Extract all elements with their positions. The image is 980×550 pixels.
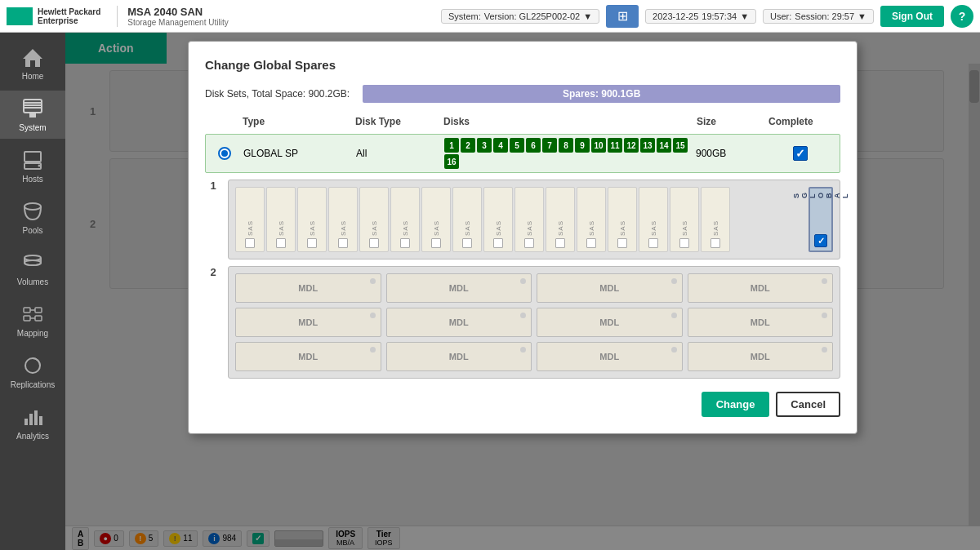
drive-checkbox-5[interactable] xyxy=(369,238,379,248)
disk-number-3[interactable]: 3 xyxy=(477,138,492,153)
disk-number-12[interactable]: 12 xyxy=(624,138,639,153)
sidebar-item-system[interactable]: System xyxy=(0,91,65,139)
mdl-drive-8[interactable]: MDL xyxy=(688,308,834,337)
svg-rect-22 xyxy=(39,416,42,425)
disk-number-11[interactable]: 11 xyxy=(608,138,622,153)
drive-slot-11[interactable]: SAS xyxy=(546,187,575,252)
mdl-drive-6[interactable]: MDL xyxy=(386,308,532,337)
disk-number-14[interactable]: 14 xyxy=(657,138,671,153)
mdl-drive-5[interactable]: MDL xyxy=(235,308,381,337)
mdl-drive-2[interactable]: MDL xyxy=(386,273,532,303)
svg-rect-14 xyxy=(24,316,30,321)
change-button[interactable]: Change xyxy=(702,392,770,417)
disk-number-10[interactable]: 10 xyxy=(591,138,606,153)
drive-slot-1[interactable]: SAS xyxy=(235,187,265,252)
drive-checkbox-1[interactable] xyxy=(245,238,255,248)
drive-slot-9[interactable]: SAS xyxy=(483,187,513,252)
drive-slot-5[interactable]: SAS xyxy=(359,187,389,252)
drive-slot-2[interactable]: SAS xyxy=(266,187,296,252)
help-button[interactable]: ? xyxy=(951,5,973,28)
drive-checkbox-2[interactable] xyxy=(276,238,286,248)
drive-checkbox-16[interactable] xyxy=(710,238,720,248)
hosts-icon xyxy=(20,149,46,171)
spare-checkbox[interactable]: ✓ xyxy=(814,234,827,247)
drive-checkbox-14[interactable] xyxy=(648,238,658,248)
drive-slot-3[interactable]: SAS xyxy=(297,187,327,252)
enc2-label: 2 xyxy=(205,266,221,278)
col-disks: Disks xyxy=(443,116,690,127)
mdl-drive-12[interactable]: MDL xyxy=(688,342,834,371)
svg-point-9 xyxy=(24,203,41,210)
spare-slot: SGLOBAL ✓ xyxy=(808,187,833,252)
drive-checkbox-9[interactable] xyxy=(493,238,503,248)
sidebar-item-analytics[interactable]: Analytics xyxy=(0,399,65,447)
drive-checkbox-12[interactable] xyxy=(586,238,596,248)
disk-number-8[interactable]: 8 xyxy=(559,138,573,153)
drive-checkbox-13[interactable] xyxy=(617,238,627,248)
svg-rect-4 xyxy=(24,107,42,109)
enc1-label: 1 xyxy=(205,180,221,192)
col-complete: Complete xyxy=(768,116,834,127)
drive-checkbox-15[interactable] xyxy=(679,238,689,248)
drive-slot-12[interactable]: SAS xyxy=(577,187,606,252)
enc1-box: SASSASSASSASSASSASSASSASSASSASSASSASSASS… xyxy=(228,180,840,259)
disk-number-13[interactable]: 13 xyxy=(640,138,655,153)
cancel-button[interactable]: Cancel xyxy=(776,392,840,417)
sidebar-item-pools[interactable]: Pools xyxy=(0,193,65,242)
sidebar-item-home[interactable]: Home xyxy=(0,39,65,87)
disk-number-5[interactable]: 5 xyxy=(510,138,524,153)
user-display[interactable]: User: Session: 29:57 ▼ xyxy=(763,9,874,24)
drive-slot-16[interactable]: SAS xyxy=(701,187,730,252)
svg-rect-3 xyxy=(24,104,42,106)
disk-number-7[interactable]: 7 xyxy=(542,138,557,153)
svg-rect-15 xyxy=(35,316,42,321)
drive-checkbox-8[interactable] xyxy=(462,238,472,248)
drive-slot-13[interactable]: SAS xyxy=(608,187,637,252)
mdl-drive-11[interactable]: MDL xyxy=(537,342,683,371)
svg-rect-19 xyxy=(24,419,28,425)
disk-number-9[interactable]: 9 xyxy=(575,138,590,153)
mdl-drive-1[interactable]: MDL xyxy=(235,273,381,303)
drive-checkbox-7[interactable] xyxy=(431,238,441,248)
row-radio[interactable] xyxy=(212,147,237,160)
enclosure-2-container: 2 MDLMDLMDLMDLMDLMDLMDLMDLMDLMDLMDLMDL xyxy=(205,266,840,379)
sidebar-item-volumes[interactable]: Volumes xyxy=(0,245,65,293)
disk-number-15[interactable]: 15 xyxy=(673,138,688,153)
volumes-icon xyxy=(20,251,46,274)
drive-checkbox-6[interactable] xyxy=(400,238,410,248)
drive-checkbox-11[interactable] xyxy=(555,238,565,248)
sidebar-item-replications[interactable]: Replications xyxy=(0,348,65,396)
drive-slot-8[interactable]: SAS xyxy=(452,187,482,252)
sidebar-item-mapping[interactable]: Mapping xyxy=(0,296,65,344)
row-type: GLOBAL SP xyxy=(243,148,350,159)
row-disk-type: All xyxy=(356,148,438,159)
drive-slot-10[interactable]: SAS xyxy=(514,187,544,252)
mdl-drive-10[interactable]: MDL xyxy=(386,342,532,371)
modal-title: Change Global Spares xyxy=(205,58,840,72)
mdl-drive-4[interactable]: MDL xyxy=(688,273,834,303)
disk-number-2[interactable]: 2 xyxy=(461,138,475,153)
complete-checkbox[interactable]: ✓ xyxy=(793,146,808,161)
sidebar-item-hosts[interactable]: Hosts xyxy=(0,142,65,190)
drive-slot-7[interactable]: SAS xyxy=(421,187,451,252)
drive-slot-14[interactable]: SAS xyxy=(639,187,668,252)
disk-number-4[interactable]: 4 xyxy=(493,138,508,153)
mdl-drive-3[interactable]: MDL xyxy=(537,273,683,303)
drive-slot-15[interactable]: SAS xyxy=(670,187,699,252)
drive-slot-4[interactable]: SAS xyxy=(328,187,358,252)
mdl-drive-7[interactable]: MDL xyxy=(537,308,683,337)
content-area: Action SYSTEM 1 2 Change Global Spares xyxy=(65,33,980,550)
disk-number-16[interactable]: 16 xyxy=(444,154,459,169)
disk-number-6[interactable]: 6 xyxy=(526,138,541,153)
drive-checkbox-4[interactable] xyxy=(338,238,348,248)
topbar: Hewlett Packard Enterprise MSA 2040 SAN … xyxy=(0,0,980,33)
drive-checkbox-3[interactable] xyxy=(307,238,317,248)
mdl-drive-9[interactable]: MDL xyxy=(235,342,381,371)
drive-slot-6[interactable]: SAS xyxy=(390,187,420,252)
disk-number-1[interactable]: 1 xyxy=(444,138,459,153)
signout-button[interactable]: Sign Out xyxy=(880,6,944,27)
system-selector[interactable]: System: Version: GL225P002-02 ▼ xyxy=(441,9,599,24)
drive-checkbox-10[interactable] xyxy=(524,238,534,248)
datetime-display[interactable]: 2023-12-25 19:57:34 ▼ xyxy=(645,9,756,24)
enclosure-1-container: 1 SASSASSASSASSASSASSASSASSASSASSASSASSA… xyxy=(205,180,840,259)
